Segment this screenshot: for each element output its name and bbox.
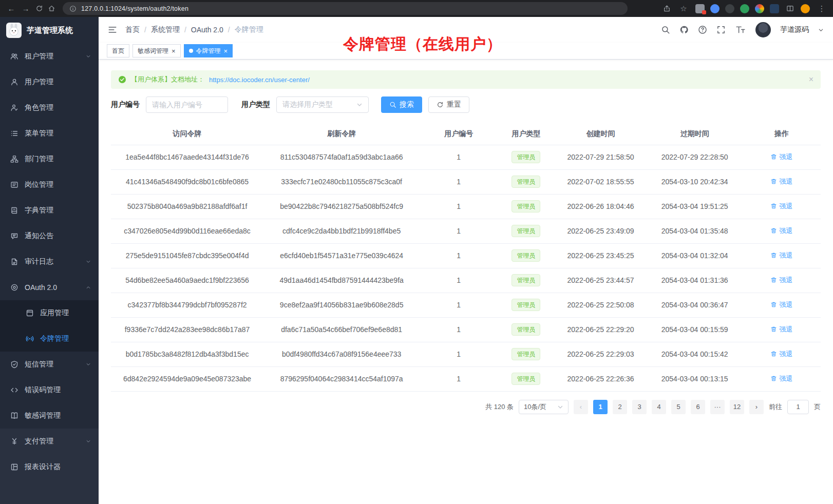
page-size-select[interactable]: 10条/页 <box>519 400 569 414</box>
page-button-6[interactable]: 6 <box>691 400 705 414</box>
trash-icon <box>770 375 777 382</box>
doc-link[interactable]: https://doc.iocoder.cn/user-center/ <box>209 76 310 84</box>
goto-page-input[interactable] <box>787 400 809 414</box>
sidebar-item-menu[interactable]: 菜单管理 <box>0 121 99 146</box>
font-size-icon[interactable] <box>735 25 746 34</box>
breadcrumb-item[interactable]: 首页 <box>125 25 140 34</box>
user-id-cell: 1 <box>420 145 498 169</box>
sidebar-item-role[interactable]: 角色管理 <box>0 95 99 121</box>
browser-back-icon[interactable]: ← <box>5 4 17 14</box>
goto-suffix: 页 <box>814 402 821 412</box>
goto-label: 前往 <box>769 402 782 412</box>
next-page-button[interactable]: › <box>749 400 764 414</box>
page-button-2[interactable]: 2 <box>613 400 627 414</box>
browser-menu-icon[interactable]: ⋮ <box>816 4 828 14</box>
access-token-cell: c342377bf8b344799dcbf7bf095287f2 <box>111 293 263 317</box>
share-icon[interactable] <box>661 4 672 14</box>
sidebar-item-label: 应用管理 <box>40 308 69 318</box>
user-id-cell: 1 <box>420 317 498 342</box>
extension-icon[interactable] <box>770 4 779 13</box>
tab-sensitive-word[interactable]: 敏感词管理× <box>132 44 181 57</box>
sidebar-item-sms[interactable]: 短信管理 <box>0 352 99 377</box>
actions-cell: 强退 <box>743 243 821 268</box>
sidebar-item-label: 令牌管理 <box>40 334 69 343</box>
role-icon <box>10 104 18 112</box>
sidebar-item-sensitive-word[interactable]: 敏感词管理 <box>0 403 99 429</box>
sidebar-item-user[interactable]: 用户管理 <box>0 69 99 95</box>
force-logout-button[interactable]: 强退 <box>770 152 792 162</box>
help-icon[interactable] <box>698 25 707 34</box>
user-type-cell: 管理员 <box>498 293 555 317</box>
breadcrumb-item[interactable]: OAuth 2.0 <box>191 26 223 34</box>
extension-icon[interactable] <box>740 4 749 13</box>
force-logout-button[interactable]: 强退 <box>770 374 792 383</box>
sidebar-item-tenant[interactable]: 租户管理 <box>0 44 99 69</box>
extension-icon[interactable] <box>695 4 705 13</box>
force-logout-button[interactable]: 强退 <box>770 226 792 236</box>
page-button-1[interactable]: 1 <box>593 400 608 414</box>
collapse-sidebar-icon[interactable] <box>108 25 117 34</box>
access-token-cell: 6d842e2924594de9a09e45e087323abe <box>111 366 263 391</box>
tab-split-icon[interactable] <box>785 4 795 14</box>
tab-close-icon[interactable]: × <box>224 48 228 54</box>
browser-profile-avatar[interactable] <box>801 4 810 13</box>
page-button-12[interactable]: 12 <box>730 400 744 414</box>
browser-address-bar[interactable]: 127.0.0.1:1024/system/oauth2/token <box>63 2 628 15</box>
expire-time-cell: 2054-03-04 00:15:59 <box>647 317 743 342</box>
user-id-input[interactable] <box>146 96 228 113</box>
breadcrumb-separator: / <box>144 26 146 34</box>
extension-icon[interactable] <box>755 4 764 13</box>
extension-icon[interactable] <box>725 4 734 13</box>
search-icon[interactable] <box>661 25 670 34</box>
site-info-icon[interactable] <box>69 5 77 12</box>
app-logo-row[interactable]: 芋道管理系统 <box>0 17 99 44</box>
sidebar-item-dict[interactable]: 字典管理 <box>0 198 99 223</box>
reset-button[interactable]: 重置 <box>428 96 469 113</box>
github-icon[interactable] <box>679 25 689 34</box>
search-button[interactable]: 搜索 <box>381 96 422 113</box>
browser-reload-icon[interactable] <box>34 4 44 14</box>
sidebar-item-post[interactable]: 岗位管理 <box>0 172 99 198</box>
sidebar-item-oauth2-app[interactable]: 应用管理 <box>0 300 99 326</box>
sidebar-item-audit-log[interactable]: 审计日志 <box>0 249 99 275</box>
chevron-down-icon[interactable] <box>818 27 824 33</box>
force-logout-button[interactable]: 强退 <box>770 251 792 260</box>
breadcrumb-item[interactable]: 系统管理 <box>151 25 180 34</box>
tab-close-icon[interactable]: × <box>172 48 176 54</box>
force-logout-button[interactable]: 强退 <box>770 300 792 309</box>
oauth-icon <box>10 283 18 292</box>
table-row: c342377bf8b344799dcbf7bf095287f29ce8ef2a… <box>111 293 821 317</box>
bookmark-star-icon[interactable]: ☆ <box>677 4 690 14</box>
page-button-4[interactable]: 4 <box>652 400 666 414</box>
force-logout-button[interactable]: 强退 <box>770 202 792 211</box>
sidebar-item-notice[interactable]: 通知公告 <box>0 223 99 249</box>
alert-close-icon[interactable]: × <box>809 75 813 84</box>
page-button-5[interactable]: 5 <box>671 400 686 414</box>
tab-token[interactable]: 令牌管理× <box>184 44 233 57</box>
tab-home[interactable]: 首页 <box>107 44 129 57</box>
sidebar-item-dept[interactable]: 部门管理 <box>0 146 99 172</box>
tab-label: 敏感词管理 <box>138 47 168 55</box>
browser-home-icon[interactable] <box>46 4 56 14</box>
fullscreen-icon[interactable] <box>716 25 726 34</box>
force-logout-button[interactable]: 强退 <box>770 276 792 285</box>
sidebar-item-pay[interactable]: 支付管理 <box>0 429 99 454</box>
force-logout-button[interactable]: 强退 <box>770 325 792 334</box>
sidebar-item-error-code[interactable]: 错误码管理 <box>0 377 99 403</box>
page-ellipsis[interactable]: ··· <box>710 400 725 414</box>
extension-icon[interactable] <box>710 4 720 13</box>
page-button-3[interactable]: 3 <box>632 400 647 414</box>
browser-forward-icon[interactable]: → <box>20 4 32 14</box>
force-logout-button[interactable]: 强退 <box>770 177 792 186</box>
prev-page-button[interactable]: ‹ <box>574 400 588 414</box>
user-name[interactable]: 芋道源码 <box>780 25 809 34</box>
sidebar-item-report-designer[interactable]: 报表设计器 <box>0 454 99 480</box>
trash-icon <box>770 351 777 357</box>
user-type-select[interactable]: 请选择用户类型 <box>276 96 369 113</box>
user-avatar[interactable] <box>755 22 771 37</box>
sidebar-item-oauth2-token[interactable]: 令牌管理 <box>0 326 99 352</box>
alert-text: 【用户体系】文档地址： <box>131 75 204 84</box>
force-logout-button[interactable]: 强退 <box>770 350 792 359</box>
sidebar-item-oauth2[interactable]: OAuth 2.0 <box>0 275 99 300</box>
expire-time-cell: 2054-03-04 00:15:42 <box>647 342 743 366</box>
